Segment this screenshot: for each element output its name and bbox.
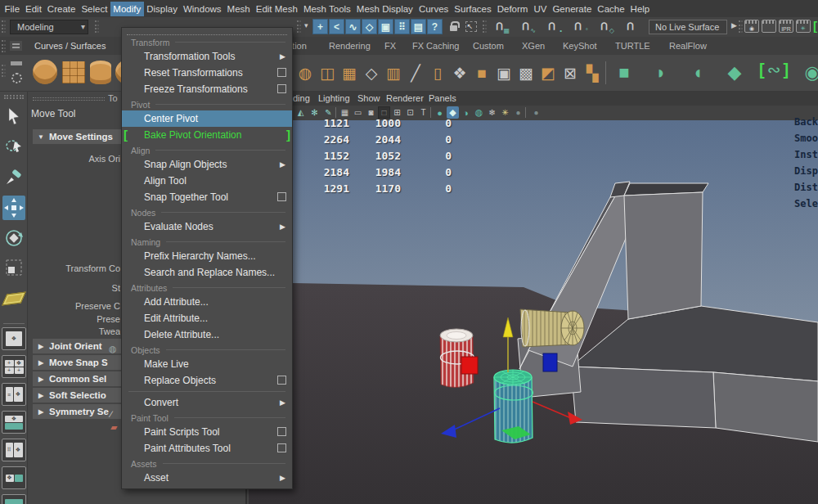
menu-generate[interactable]: Generate: [550, 2, 595, 16]
snap-to-curve-button[interactable]: ⊃∿: [517, 19, 537, 34]
poly-sphere-icon[interactable]: ◍: [294, 61, 316, 85]
ipr-render-button[interactable]: IPR: [779, 20, 793, 33]
panel-drag-handle[interactable]: [33, 97, 105, 101]
tab-fx-caching[interactable]: FX Caching: [407, 39, 464, 52]
layout-persp-uv-button[interactable]: ❖: [2, 466, 26, 489]
lasso-tool-button[interactable]: [2, 133, 25, 158]
tab-curves-surfaces[interactable]: Curves / Surfaces: [29, 39, 110, 52]
tab-fx[interactable]: FX: [380, 39, 401, 52]
knife-tool-icon[interactable]: ╱: [405, 61, 426, 85]
lock-selection-button[interactable]: [446, 19, 461, 34]
boolean-intersection-icon[interactable]: ◖: [687, 61, 708, 85]
rotate-tool-button[interactable]: [2, 226, 25, 250]
menu-item-center-pivot[interactable]: Center Pivot: [122, 110, 292, 127]
select-tool-button[interactable]: [2, 104, 25, 128]
poly-cylinder-icon[interactable]: ◫: [317, 61, 338, 85]
snowflake-icon[interactable]: ❄: [486, 106, 498, 119]
menu-item-asset[interactable]: Asset▶: [122, 470, 292, 486]
menu-item-replace-objects[interactable]: Replace Objects: [122, 372, 292, 389]
perspective-viewport[interactable]: ding Lighting Show Renderer Panels ◭ ✻ ✎…: [249, 92, 818, 504]
nurbs-cylinder-icon[interactable]: [90, 61, 111, 84]
section-grip[interactable]: [2, 40, 6, 52]
poly-grid-icon[interactable]: ▦: [339, 61, 360, 85]
nurbs-sphere-icon[interactable]: [33, 60, 57, 84]
shelf-menu-icon[interactable]: [10, 41, 22, 51]
menu-item-freeze-transformations[interactable]: Freeze Transformations: [122, 81, 292, 97]
menu-mesh-tools[interactable]: Mesh Tools: [300, 2, 353, 16]
workspace-selector[interactable]: Modeling ▾: [10, 20, 88, 34]
layout-single-pane-button[interactable]: ❖: [2, 327, 26, 350]
lattice-button[interactable]: ▣: [378, 19, 393, 34]
make-live-button[interactable]: ⊃: [622, 19, 641, 34]
tab-keyshot[interactable]: KeyShot: [558, 39, 602, 52]
menu-item-prefix-hierarchy-names[interactable]: Prefix Hierarchy Names...: [122, 248, 292, 264]
shading-menu-cut[interactable]: ding: [293, 93, 310, 103]
tab-rendering[interactable]: Rendering: [324, 39, 375, 52]
menu-modify[interactable]: Modify: [110, 2, 144, 16]
tab-turtle[interactable]: TURTLE: [610, 39, 655, 52]
menu-create[interactable]: Create: [44, 2, 79, 16]
snap-to-grid-button[interactable]: ⊃▦: [491, 19, 510, 34]
boolean-union-icon[interactable]: ■: [614, 61, 635, 85]
curve-edit-button[interactable]: ∿: [345, 19, 361, 34]
snap-to-point-button[interactable]: ⊃•: [543, 19, 563, 34]
soft-select-button[interactable]: ◇: [362, 19, 377, 34]
layout-four-pane-button[interactable]: +❖++: [2, 355, 26, 378]
edit-box-icon[interactable]: ▣: [493, 61, 515, 85]
menu-item-evaluate-nodes[interactable]: Evaluate Nodes▶: [122, 218, 292, 235]
tan-cylinder[interactable]: [520, 309, 584, 347]
poly-plane-icon[interactable]: ▥: [383, 61, 404, 85]
render-current-frame-button[interactable]: [762, 20, 776, 33]
menu-curves[interactable]: Curves: [416, 2, 451, 16]
menu-item-convert[interactable]: Convert▶: [122, 394, 292, 411]
poly-cube-icon[interactable]: ■: [471, 61, 492, 85]
boolean-extra-icon[interactable]: ◉: [802, 61, 818, 85]
section-grip[interactable]: [739, 20, 743, 33]
show-menu[interactable]: Show: [357, 93, 380, 103]
last-tool-used-button[interactable]: [2, 286, 25, 311]
live-surface-field[interactable]: No Live Surface: [649, 20, 727, 34]
layout-outliner-persp-button[interactable]: ≡❖: [2, 383, 26, 406]
tab-realflow[interactable]: RealFlow: [664, 39, 712, 52]
snap-to-projected-center-button[interactable]: ⊃°: [569, 19, 589, 34]
panels-menu[interactable]: Panels: [429, 93, 456, 103]
symmetry-tool-button[interactable]: +: [312, 19, 328, 34]
option-box[interactable]: [277, 84, 286, 93]
option-box[interactable]: [277, 443, 286, 452]
poly-cube-outline-icon[interactable]: ◇: [361, 61, 382, 85]
menu-item-transformation-tools[interactable]: Transformation Tools▶: [122, 48, 292, 65]
toolbox-grip[interactable]: [4, 95, 24, 99]
diamond-cluster-icon[interactable]: ❖: [449, 61, 470, 85]
menu-item-paint-attributes-tool[interactable]: Paint Attributes Tool: [122, 440, 292, 457]
boolean-difference-icon[interactable]: ◗: [650, 61, 672, 85]
menu-edit[interactable]: Edit: [23, 2, 45, 16]
menu-item-add-attribute[interactable]: Add Attribute...: [122, 294, 292, 310]
menu-cache[interactable]: Cache: [595, 2, 627, 16]
lighting-menu[interactable]: Lighting: [318, 93, 350, 103]
textured-mode-icon[interactable]: ◑: [460, 106, 472, 119]
lighting-bulb-icon[interactable]: ✳: [499, 106, 511, 119]
ao-toggle-icon[interactable]: ●: [530, 106, 542, 119]
boolean-cube-icon[interactable]: ◆: [724, 61, 745, 85]
lattice-box-icon[interactable]: ▩: [515, 61, 537, 85]
menu-item-edit-attribute[interactable]: Edit Attribute...: [122, 310, 292, 326]
renderer-menu[interactable]: Renderer: [386, 93, 424, 103]
menu-select[interactable]: Select: [79, 2, 110, 16]
active-shelf-slot[interactable]: [ ∾ ]: [759, 60, 789, 79]
menu-file[interactable]: File: [2, 2, 23, 16]
tab-xgen[interactable]: XGen: [517, 39, 550, 52]
quad-split-icon[interactable]: ▚: [582, 61, 603, 85]
layout-hypershade-persp-button[interactable]: ⠿❖: [2, 439, 26, 461]
section-grip[interactable]: [483, 20, 487, 33]
expand-arrow-icon[interactable]: ▶: [731, 21, 737, 29]
menu-item-reset-transformations[interactable]: Reset Transformations: [122, 65, 292, 81]
menu-item-align-tool[interactable]: Align Tool: [122, 173, 292, 189]
fold-quad-icon[interactable]: ◩: [537, 61, 559, 85]
menu-deform[interactable]: Deform: [494, 2, 531, 16]
cluster-button[interactable]: ⠿: [394, 19, 410, 34]
move-tool-button[interactable]: [2, 196, 25, 220]
menu-item-search-and-replace-names[interactable]: Search and Replace Names...: [122, 264, 292, 281]
nurbs-cube-icon[interactable]: [62, 61, 85, 83]
help-highlight-button[interactable]: ?: [427, 19, 443, 34]
option-box[interactable]: [277, 427, 286, 436]
